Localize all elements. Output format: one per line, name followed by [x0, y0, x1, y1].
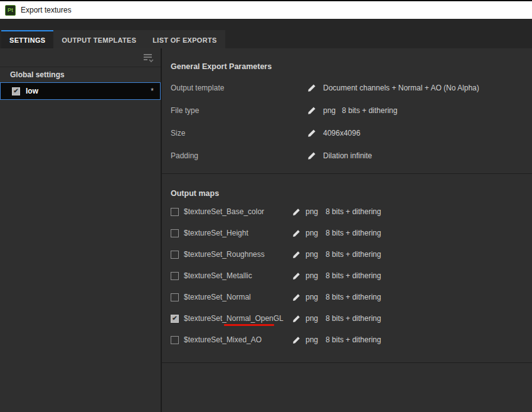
output-template-value[interactable]: Document channels + Normal + AO (No Alph…	[323, 84, 479, 92]
map-row-normal: $textureSet_Normal png 8 bits + ditherin…	[162, 286, 532, 308]
map-format[interactable]: png	[306, 271, 318, 280]
tab-list-of-exports[interactable]: LIST OF EXPORTS	[144, 30, 225, 48]
preset-label: low	[26, 87, 151, 95]
map-row-metallic: $textureSet_Metallic png 8 bits + dither…	[162, 265, 532, 286]
export-presets-sidebar: Global settings low *	[0, 48, 162, 412]
annotation-red-underline	[224, 324, 274, 326]
map-row-height: $textureSet_Height png 8 bits + ditherin…	[162, 222, 532, 244]
row-size: Size 4096x4096	[162, 122, 532, 144]
sort-filter-icon[interactable]	[141, 52, 155, 64]
map-checkbox[interactable]	[171, 251, 179, 259]
size-value[interactable]: 4096x4096	[323, 129, 360, 138]
map-label: $textureSet_Roughness	[184, 250, 292, 259]
sidebar-section-header: Global settings	[0, 67, 161, 82]
tab-settings-label: SETTINGS	[9, 36, 45, 44]
tab-output-templates-label: OUTPUT TEMPLATES	[61, 36, 136, 44]
output-maps-rows: $textureSet_Base_color png 8 bits + dith…	[162, 201, 532, 350]
title-bar: Pt Export textures	[0, 0, 532, 19]
window-title: Export textures	[21, 6, 72, 14]
row-output-template: Output template Document channels + Norm…	[162, 77, 532, 99]
edit-pencil-icon[interactable]	[292, 313, 301, 323]
edit-pencil-icon[interactable]	[292, 292, 301, 302]
edit-pencil-icon[interactable]	[292, 271, 301, 281]
map-format[interactable]: png	[306, 335, 318, 344]
padding-label: Padding	[171, 151, 307, 160]
edit-pencil-icon[interactable]	[307, 151, 317, 161]
map-bits[interactable]: 8 bits + dithering	[326, 314, 381, 323]
map-row-normal-opengl: $textureSet_Normal_OpenGL png 8 bits + d…	[162, 308, 532, 329]
preset-checkbox[interactable]	[12, 87, 20, 95]
map-format[interactable]: png	[306, 293, 318, 301]
map-bits[interactable]: 8 bits + dithering	[326, 293, 381, 301]
map-bits[interactable]: 8 bits + dithering	[326, 250, 381, 259]
map-label: $textureSet_Normal_OpenGL	[184, 314, 292, 323]
edit-pencil-icon[interactable]	[292, 228, 301, 238]
map-label: $textureSet_Mixed_AO	[184, 335, 292, 344]
map-bits[interactable]: 8 bits + dithering	[326, 335, 381, 344]
edit-pencil-icon[interactable]	[307, 128, 317, 138]
edit-pencil-icon[interactable]	[307, 106, 317, 116]
tab-output-templates[interactable]: OUTPUT TEMPLATES	[53, 30, 144, 48]
tab-list-of-exports-label: LIST OF EXPORTS	[152, 36, 216, 44]
edit-pencil-icon[interactable]	[292, 335, 301, 345]
map-checkbox[interactable]	[171, 315, 179, 323]
map-label: $textureSet_Base_color	[184, 207, 292, 216]
map-checkbox[interactable]	[171, 229, 179, 237]
section-divider	[162, 362, 532, 363]
tab-settings[interactable]: SETTINGS	[1, 30, 53, 48]
map-checkbox[interactable]	[171, 336, 179, 344]
size-label: Size	[171, 129, 307, 138]
map-bits[interactable]: 8 bits + dithering	[326, 271, 381, 280]
general-parameters-title: General Export Parameters	[162, 48, 532, 71]
tab-bar: SETTINGS OUTPUT TEMPLATES LIST OF EXPORT…	[0, 19, 532, 48]
output-template-label: Output template	[171, 84, 307, 92]
edit-pencil-icon[interactable]	[292, 249, 301, 259]
map-bits[interactable]: 8 bits + dithering	[326, 229, 381, 237]
file-type-value[interactable]: png 8 bits + dithering	[323, 106, 397, 115]
settings-panel: General Export Parameters Output templat…	[162, 48, 532, 412]
map-checkbox[interactable]	[171, 272, 179, 280]
general-parameters-rows: Output template Document channels + Norm…	[162, 77, 532, 167]
map-checkbox[interactable]	[171, 293, 179, 301]
map-row-roughness: $textureSet_Roughness png 8 bits + dithe…	[162, 244, 532, 265]
map-label: $textureSet_Metallic	[184, 271, 292, 280]
map-format[interactable]: png	[306, 250, 318, 259]
app-icon: Pt	[5, 5, 16, 16]
padding-value[interactable]: Dilation infinite	[323, 151, 372, 160]
preset-row-low[interactable]: low *	[0, 82, 161, 100]
main-area: Global settings low * General Export Par…	[0, 48, 532, 412]
output-maps-title: Output maps	[162, 174, 532, 197]
file-type-label: File type	[171, 106, 307, 115]
edit-pencil-icon[interactable]	[307, 83, 317, 93]
row-file-type: File type png 8 bits + dithering	[162, 99, 532, 122]
map-format[interactable]: png	[306, 207, 318, 216]
edit-pencil-icon[interactable]	[292, 207, 301, 217]
map-format[interactable]: png	[306, 314, 318, 323]
map-row-base-color: $textureSet_Base_color png 8 bits + dith…	[162, 201, 532, 222]
map-checkbox[interactable]	[171, 208, 179, 216]
map-row-mixed-ao: $textureSet_Mixed_AO png 8 bits + dither…	[162, 329, 532, 350]
map-label: $textureSet_Height	[184, 229, 292, 237]
modified-indicator: *	[151, 87, 154, 95]
sidebar-toolbar	[0, 48, 161, 67]
map-format[interactable]: png	[306, 229, 318, 237]
map-label: $textureSet_Normal	[184, 293, 292, 301]
row-padding: Padding Dilation infinite	[162, 144, 532, 167]
map-bits[interactable]: 8 bits + dithering	[326, 207, 381, 216]
